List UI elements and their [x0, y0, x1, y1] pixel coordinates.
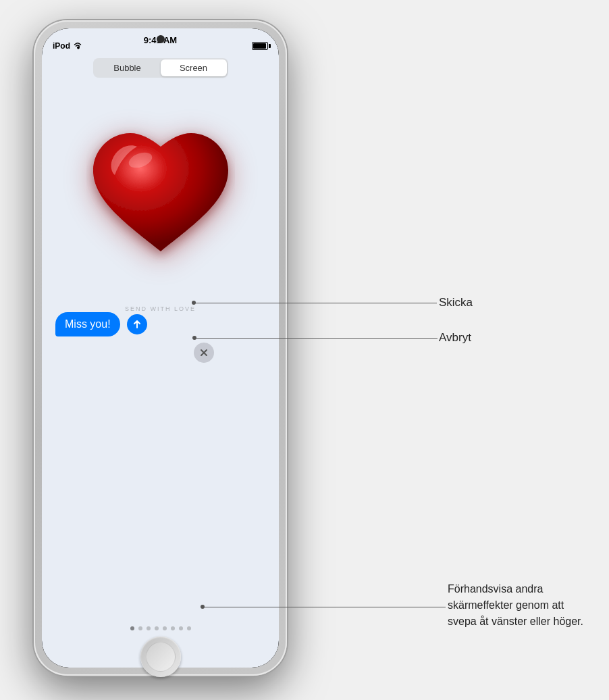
- send-label: Skicka: [439, 296, 473, 309]
- dot-4: [155, 626, 159, 630]
- dot-1: [130, 626, 134, 630]
- wifi-icon: [73, 42, 82, 51]
- segment-control[interactable]: Bubble Screen: [93, 58, 228, 78]
- device: iPod 9:41 AM: [34, 20, 287, 676]
- dots-description-label: Förhandsvisa andraskärmeffekter genom at…: [448, 581, 583, 630]
- dot-6: [171, 626, 175, 630]
- heart-image: [86, 126, 235, 268]
- heart-animation-area: SEND WITH LOVE: [42, 79, 279, 316]
- home-button[interactable]: [140, 636, 181, 677]
- carrier-label: iPod: [53, 41, 70, 51]
- dot-7: [179, 626, 183, 630]
- message-bubble: Miss you!: [55, 312, 120, 336]
- page-dots: [42, 626, 279, 630]
- dot-8: [187, 626, 191, 630]
- cancel-label: Avbryt: [439, 331, 471, 345]
- tab-screen[interactable]: Screen: [161, 59, 227, 76]
- dot-5: [163, 626, 167, 630]
- send-button[interactable]: [127, 314, 147, 334]
- status-bar: iPod 9:41 AM: [42, 28, 279, 58]
- carrier-wifi: iPod: [53, 41, 82, 51]
- dot-2: [138, 626, 142, 630]
- device-frame: iPod 9:41 AM: [34, 20, 287, 676]
- send-with-love-label: SEND WITH LOVE: [125, 305, 196, 312]
- battery-icon: [252, 42, 268, 50]
- cancel-button[interactable]: [194, 343, 214, 363]
- dot-3: [147, 626, 151, 630]
- battery-area: [252, 42, 268, 50]
- screen: iPod 9:41 AM: [42, 28, 279, 668]
- tab-bubble[interactable]: Bubble: [95, 59, 161, 76]
- message-row: Miss you!: [42, 312, 279, 336]
- device-screen-area: iPod 9:41 AM: [42, 28, 279, 668]
- front-camera: [157, 35, 165, 43]
